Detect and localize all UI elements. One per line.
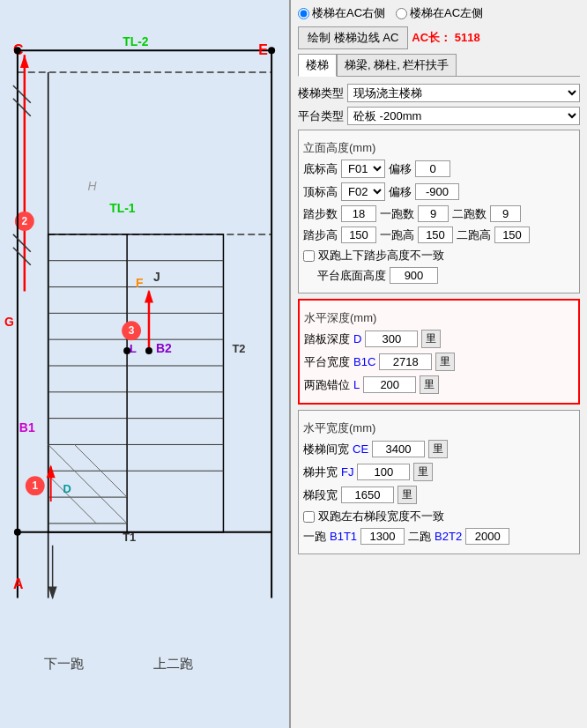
- double-run-height-label: 双跑上下踏步高度不一致: [318, 248, 444, 264]
- radio-right-label[interactable]: 楼梯在AC右侧: [298, 5, 385, 21]
- svg-text:E: E: [258, 42, 268, 57]
- run1-height-input[interactable]: [418, 227, 453, 243]
- ac-length-value: 5118: [455, 31, 480, 44]
- run-width-btn[interactable]: 里: [398, 486, 417, 504]
- well-width-input[interactable]: [357, 464, 410, 480]
- controls-panel: 楼梯在AC右侧 楼梯在AC左侧 绘制 楼梯边线 AC AC长： 5118 楼梯 …: [291, 0, 587, 728]
- stair-type-label: 楼梯类型: [298, 85, 344, 101]
- width-section: 水平宽度(mm) 楼梯间宽 CE 里 梯井宽 FJ 里 梯段宽 里 双跑左右梯段…: [298, 410, 580, 554]
- svg-point-46: [145, 347, 152, 354]
- drawing-panel: C E TL-2 2 G H TL-1: [0, 0, 291, 728]
- steps-label: 踏步数: [303, 206, 338, 222]
- well-width-color-label: FJ: [341, 465, 353, 479]
- step-height-row: 踏步高 一跑高 二跑高: [303, 227, 575, 243]
- stair-width-label: 楼梯间宽: [303, 442, 349, 457]
- tab-bar: 楼梯 梯梁, 梯柱, 栏杆扶手: [298, 54, 580, 77]
- bottom-label: 底标高: [303, 161, 338, 177]
- svg-text:下一跑: 下一跑: [44, 657, 84, 671]
- stair-type-select[interactable]: 现场浇主楼梯: [347, 84, 580, 102]
- ac-length-label: AC长： 5118: [412, 30, 479, 46]
- tab-beam-column[interactable]: 梯梁, 梯柱, 栏杆扶手: [337, 54, 457, 76]
- run2-width-label: 二跑: [408, 529, 431, 545]
- step-depth-color-label: D: [353, 332, 361, 345]
- stair-width-btn[interactable]: 里: [428, 440, 448, 458]
- offset-row: 两跑错位 L 里: [304, 375, 574, 394]
- run2-input[interactable]: [490, 205, 521, 222]
- top-label: 顶标高: [303, 184, 338, 200]
- run1-input[interactable]: [418, 205, 449, 222]
- top-elevation-select[interactable]: F02: [341, 182, 385, 201]
- platform-bottom-input[interactable]: [390, 267, 438, 284]
- run1-width-input[interactable]: [360, 528, 405, 545]
- radio-left-label[interactable]: 楼梯在AC左侧: [396, 5, 483, 21]
- platform-type-select[interactable]: 砼板 -200mm: [347, 107, 580, 125]
- top-offset-input[interactable]: [415, 183, 459, 200]
- bottom-elevation-select[interactable]: F01: [341, 160, 385, 178]
- run-width-label: 梯段宽: [303, 487, 338, 503]
- stair-width-color-label: CE: [353, 442, 368, 456]
- platform-width-label: 平台宽度: [304, 354, 350, 370]
- stair-type-row: 楼梯类型 现场浇主楼梯: [298, 84, 580, 102]
- top-bar: 楼梯在AC右侧 楼梯在AC左侧: [298, 5, 580, 21]
- platform-type-row: 平台类型 砼板 -200mm: [298, 107, 580, 125]
- svg-text:2: 2: [22, 215, 28, 227]
- radio-right[interactable]: [298, 8, 309, 19]
- stair-width-input[interactable]: [372, 441, 425, 457]
- run2-width-color-label: B2T2: [435, 530, 462, 543]
- double-width-label: 双跑左右梯段宽度不一致: [318, 509, 444, 524]
- svg-point-71: [268, 47, 275, 54]
- offset-color-label: L: [353, 378, 360, 391]
- platform-width-btn[interactable]: 里: [435, 353, 455, 371]
- svg-rect-0: [0, 3, 289, 726]
- bottom-offset-input[interactable]: [415, 160, 450, 177]
- well-width-btn[interactable]: 里: [413, 463, 433, 481]
- offset-input[interactable]: [363, 376, 416, 393]
- svg-text:TL-1: TL-1: [109, 201, 136, 215]
- double-run-height-checkbox[interactable]: [303, 250, 315, 262]
- double-width-row: 双跑左右梯段宽度不一致: [303, 509, 575, 524]
- svg-text:1: 1: [32, 479, 38, 492]
- stair-width-row: 楼梯间宽 CE 里: [303, 440, 575, 458]
- offset-btn[interactable]: 里: [420, 375, 439, 394]
- top-offset-label: 偏移: [389, 184, 412, 200]
- steps-row: 踏步数 一跑数 二跑数: [303, 205, 575, 222]
- run-widths-row: 一跑 B1T1 二跑 B2T2: [303, 528, 575, 545]
- double-width-checkbox[interactable]: [303, 511, 315, 523]
- radio-left[interactable]: [396, 8, 407, 19]
- step-depth-btn[interactable]: 里: [421, 330, 441, 348]
- svg-text:L: L: [130, 342, 137, 355]
- svg-point-70: [14, 47, 21, 54]
- bottom-elevation-row: 底标高 F01 偏移: [303, 160, 575, 178]
- run2-width-input[interactable]: [465, 528, 509, 545]
- platform-width-row: 平台宽度 B1C 里: [304, 353, 574, 371]
- svg-text:A: A: [13, 576, 24, 591]
- platform-type-label: 平台类型: [298, 108, 344, 124]
- svg-text:B1: B1: [19, 420, 35, 435]
- svg-text:F: F: [136, 276, 144, 290]
- svg-text:T2: T2: [232, 342, 245, 355]
- depth-section: 水平深度(mm) 踏板深度 D 里 平台宽度 B1C 里 两跑错位 L 里: [298, 299, 580, 405]
- bottom-offset-label: 偏移: [389, 161, 412, 177]
- step-height-label: 踏步高: [303, 227, 338, 243]
- svg-text:TL-2: TL-2: [123, 34, 149, 48]
- platform-width-input[interactable]: [379, 353, 432, 370]
- well-width-row: 梯井宽 FJ 里: [303, 463, 575, 481]
- step-depth-input[interactable]: [365, 331, 418, 347]
- svg-point-72: [14, 529, 21, 536]
- svg-text:B2: B2: [156, 341, 172, 355]
- offset-label: 两跑错位: [304, 377, 350, 393]
- run2-height-input[interactable]: [494, 227, 530, 243]
- run2-height-label: 二跑高: [457, 227, 491, 243]
- run-width-input[interactable]: [341, 487, 394, 503]
- draw-button[interactable]: 绘制 楼梯边线 AC: [298, 26, 408, 49]
- tab-stair[interactable]: 楼梯: [298, 54, 337, 77]
- steps-input[interactable]: [341, 205, 376, 222]
- svg-text:G: G: [4, 315, 14, 329]
- run1-height-label: 一跑高: [380, 227, 414, 243]
- svg-text:上二跑: 上二跑: [153, 657, 193, 671]
- radio-right-text: 楼梯在AC右侧: [312, 5, 385, 21]
- ac-length-text: AC长：: [412, 31, 451, 44]
- run-width-row: 梯段宽 里: [303, 486, 575, 504]
- step-depth-row: 踏板深度 D 里: [304, 330, 574, 348]
- step-height-input[interactable]: [341, 227, 376, 243]
